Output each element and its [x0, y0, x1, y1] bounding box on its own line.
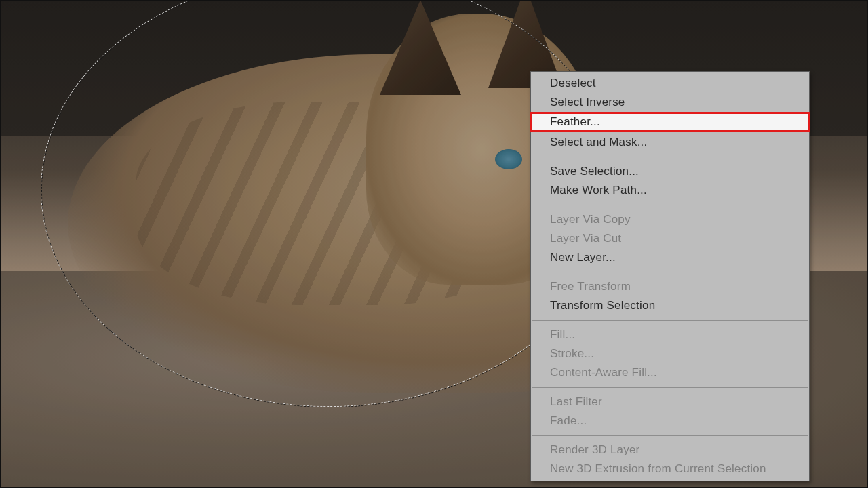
- menu-item-last-filter: Last Filter: [531, 390, 809, 411]
- menu-item-layer-via-cut: Layer Via Cut: [531, 229, 809, 248]
- menu-separator: [532, 205, 808, 205]
- menu-item-select-and-mask[interactable]: Select and Mask...: [531, 133, 809, 154]
- image-canvas[interactable]: Deselect Select Inverse Feather... Selec…: [0, 0, 868, 488]
- context-menu: Deselect Select Inverse Feather... Selec…: [530, 71, 810, 481]
- menu-item-transform-selection[interactable]: Transform Selection: [531, 296, 809, 317]
- menu-separator: [532, 157, 808, 157]
- menu-separator: [532, 320, 808, 321]
- menu-item-fade: Fade...: [531, 411, 809, 432]
- menu-item-content-aware-fill: Content-Aware Fill...: [531, 363, 809, 384]
- menu-item-make-work-path[interactable]: Make Work Path...: [531, 181, 809, 202]
- menu-item-layer-via-copy: Layer Via Copy: [531, 208, 809, 229]
- menu-item-feather[interactable]: Feather...: [530, 112, 810, 132]
- menu-separator: [532, 387, 808, 388]
- menu-item-select-inverse[interactable]: Select Inverse: [531, 93, 809, 112]
- menu-separator: [532, 435, 808, 436]
- menu-item-new-layer[interactable]: New Layer...: [531, 248, 809, 269]
- menu-item-stroke: Stroke...: [531, 344, 809, 363]
- menu-item-fill: Fill...: [531, 323, 809, 344]
- menu-item-deselect[interactable]: Deselect: [531, 72, 809, 93]
- menu-separator: [532, 272, 808, 272]
- menu-item-render-3d-layer: Render 3D Layer: [531, 439, 809, 460]
- menu-item-save-selection[interactable]: Save Selection...: [531, 160, 809, 181]
- menu-item-free-transform: Free Transform: [531, 275, 809, 296]
- menu-item-new-3d-extrusion: New 3D Extrusion from Current Selection: [531, 460, 809, 481]
